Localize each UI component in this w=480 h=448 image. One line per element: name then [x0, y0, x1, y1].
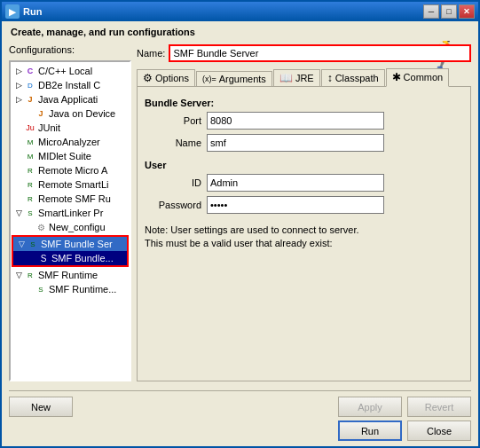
port-label: Port — [145, 115, 207, 126]
tree-item-label: C/C++ Local — [38, 66, 92, 76]
configurations-tree[interactable]: ▷ C C/C++ Local ▷ D DB2e Install C ▷ J J… — [9, 60, 131, 381]
new-button[interactable]: New — [9, 397, 73, 417]
revert-button[interactable]: Revert — [407, 397, 471, 417]
tree-item-label: JUnit — [38, 122, 60, 133]
tree-item-label: New_configu — [49, 222, 106, 232]
form-area: Bundle Server: Port Name User ID — [137, 87, 471, 381]
apply-button[interactable]: Apply — [338, 397, 402, 417]
java-device-icon: J — [35, 107, 47, 120]
tab-jre[interactable]: 📖 JRE — [273, 69, 320, 86]
tree-item-label: SMF Runtime — [38, 270, 98, 280]
expand-arrow-blank — [14, 123, 23, 132]
run-dialog: ▶ Run ─ □ ✕ Create, manage, and run conf… — [0, 0, 480, 448]
tree-item-c-cpp[interactable]: ▷ C C/C++ Local — [11, 64, 130, 78]
tree-item-java-device[interactable]: J Java on Device — [11, 106, 130, 121]
bottom-row2: Run Close — [9, 420, 471, 441]
close-window-button[interactable]: ✕ — [459, 4, 475, 19]
server-name-row: Name — [145, 134, 463, 152]
arguments-icon: (x)= — [202, 75, 216, 83]
configurations-panel: Configurations: ▷ C C/C++ Local ▷ D DB2e… — [9, 44, 131, 381]
expand-arrow-blank — [25, 285, 34, 294]
junit-icon: Ju — [24, 122, 36, 134]
port-row: Port — [145, 112, 463, 130]
configurations-label: Configurations: — [9, 44, 131, 55]
expand-arrow-blank — [14, 166, 23, 175]
remote-smf-icon: R — [24, 193, 36, 205]
server-name-label: Name — [145, 138, 207, 148]
expand-arrow: ▽ — [17, 240, 26, 248]
close-button[interactable]: Close — [407, 420, 471, 441]
tree-item-label: Remote SmartLi — [38, 179, 108, 190]
server-name-input[interactable] — [207, 134, 384, 152]
name-input[interactable] — [169, 44, 471, 62]
password-row: Password — [145, 196, 463, 214]
smf-bundle-group: ▽ S SMF Bundle Ser S SMF Bundle... — [12, 235, 129, 267]
tree-item-remote-smart[interactable]: R Remote SmartLi — [11, 177, 130, 192]
expand-arrow-blank — [28, 254, 36, 263]
tree-item-label: MIDlet Suite — [38, 151, 91, 161]
apply-revert-group: Apply Revert — [338, 397, 471, 417]
tab-classpath[interactable]: ↕ Classpath — [321, 69, 385, 86]
id-row: ID — [145, 174, 463, 192]
dialog-subtitle: Create, manage, and run configurations — [2, 21, 478, 41]
password-input[interactable] — [207, 196, 384, 214]
tree-item-midlet[interactable]: M MIDlet Suite — [11, 149, 130, 163]
expand-arrow: ▷ — [14, 95, 23, 104]
password-label: Password — [145, 200, 207, 210]
expand-arrow: ▷ — [14, 81, 23, 90]
tree-item-new-config[interactable]: ⚙ New_configu — [11, 220, 130, 234]
window-icon: ▶ — [5, 4, 20, 19]
id-input[interactable] — [207, 174, 384, 192]
tree-item-remote-micro[interactable]: R Remote Micro A — [11, 163, 130, 177]
tree-item-label: Java Applicati — [38, 94, 98, 105]
tab-classpath-label: Classpath — [335, 73, 379, 83]
tree-item-microanalyzer[interactable]: M MicroAnalyzer — [11, 135, 130, 149]
tree-item-smartlinker[interactable]: ▽ S SmartLinker Pr — [11, 206, 130, 220]
smf-bundle-icon: S — [37, 252, 50, 264]
tab-common[interactable]: ✱ Common — [386, 68, 450, 87]
maximize-button[interactable]: □ — [441, 4, 457, 19]
smf-runtime-icon: R — [24, 269, 36, 281]
tree-item-db2[interactable]: ▷ D DB2e Install C — [11, 78, 130, 92]
remote-micro-icon: R — [24, 164, 36, 177]
title-bar: ▶ Run ─ □ ✕ — [2, 2, 478, 21]
tree-item-smf-runtime[interactable]: ▽ R SMF Runtime — [11, 268, 130, 282]
port-input[interactable] — [207, 112, 384, 130]
note-text: Note: User settings are used to connect … — [145, 224, 463, 251]
tree-item-label: SMF Bundle... — [51, 253, 114, 263]
id-label: ID — [145, 177, 207, 188]
tab-arguments[interactable]: (x)= Arguments — [196, 71, 272, 86]
expand-arrow: ▷ — [14, 67, 23, 75]
smf-bundle-server-icon: S — [27, 238, 39, 250]
jre-icon: 📖 — [279, 72, 293, 84]
classpath-icon: ↕ — [327, 72, 333, 84]
tab-options[interactable]: ⚙ Options — [137, 69, 195, 86]
tab-options-label: Options — [155, 73, 189, 83]
tree-item-junit[interactable]: Ju JUnit — [11, 121, 130, 135]
separator — [9, 390, 471, 391]
bottom-area: New Apply Revert Run Close — [2, 385, 478, 446]
window-title: Run — [23, 6, 423, 17]
tree-item-smf-bundle[interactable]: S SMF Bundle... — [13, 251, 127, 265]
smartlinker-icon: S — [24, 207, 36, 219]
tab-arguments-label: Arguments — [219, 74, 266, 84]
tree-item-java-app[interactable]: ▷ J Java Applicati — [11, 92, 130, 106]
expand-arrow-blank — [14, 152, 23, 161]
tab-jre-label: JRE — [295, 73, 314, 83]
tree-item-label: SMF Bundle Ser — [41, 239, 113, 249]
window-controls: ─ □ ✕ — [423, 4, 475, 19]
bundle-server-section: Bundle Server: — [145, 98, 463, 108]
expand-arrow-blank — [14, 180, 23, 189]
expand-arrow-blank — [14, 138, 23, 146]
expand-arrow-blank — [25, 109, 34, 118]
run-button[interactable]: Run — [338, 420, 402, 441]
tree-item-smf-runtime2[interactable]: S SMF Runtime... — [11, 282, 130, 296]
tree-item-remote-smf[interactable]: R Remote SMF Ru — [11, 192, 130, 206]
common-icon: ✱ — [392, 71, 401, 83]
microanalyzer-icon: M — [24, 136, 36, 148]
tree-item-smf-bundle-server[interactable]: ▽ S SMF Bundle Ser — [13, 237, 127, 251]
tree-item-label: DB2e Install C — [38, 80, 100, 90]
tab-common-label: Common — [404, 72, 444, 83]
expand-arrow: ▽ — [14, 271, 23, 279]
minimize-button[interactable]: ─ — [423, 4, 439, 19]
